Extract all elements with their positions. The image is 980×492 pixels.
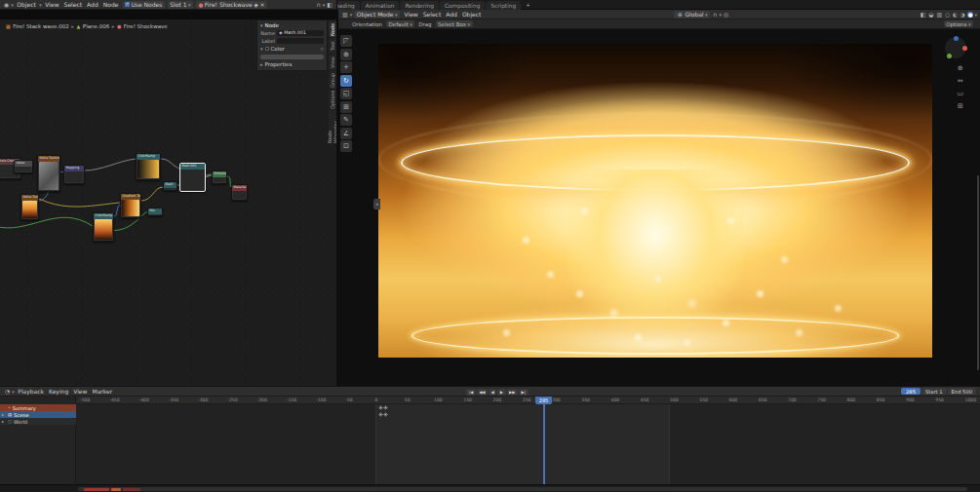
slot-dropdown[interactable]: Slot 1 ▾ <box>168 1 193 9</box>
shading-mode-button[interactable]: ● <box>967 12 974 18</box>
timeline-menu-item[interactable]: View <box>71 388 90 395</box>
node-header[interactable]: ColorRamp <box>137 154 160 160</box>
mode-dropdown[interactable]: Object Mode ▾ <box>354 11 400 19</box>
toolbar-tool-button[interactable]: ⊞ <box>340 101 352 113</box>
sidebar-tab[interactable]: Node Wrangler <box>329 110 336 143</box>
proportional-editing-icon[interactable]: ◎ <box>723 11 729 18</box>
panel-grip-icon[interactable]: ≡ <box>320 47 324 52</box>
workspace-tab[interactable]: Rendering <box>400 1 439 10</box>
node-header[interactable]: Material Output <box>232 185 247 191</box>
timeline-body[interactable]: -500-450-400-350-300-250-200-150-100-500… <box>0 397 980 484</box>
breadcrumb-mesh[interactable]: Plane.006 <box>83 23 109 29</box>
label-input[interactable] <box>277 38 324 44</box>
node-header[interactable]: Math.001 <box>180 164 205 170</box>
sidebar-tab[interactable]: Tool <box>329 38 336 54</box>
shader-node[interactable]: Math.001 <box>179 163 206 192</box>
node-editor-menu-item[interactable]: Add <box>85 1 101 8</box>
node-header[interactable]: Mix <box>148 208 162 214</box>
add-workspace-button[interactable]: + <box>522 1 534 8</box>
shader-node[interactable]: Mix <box>147 208 163 216</box>
shader-node[interactable]: Emission <box>212 170 227 184</box>
show-gizmo-icon[interactable]: ◧ <box>920 11 927 18</box>
transform-orientation-dropdown[interactable]: ⊕ Global ▾ <box>674 11 710 19</box>
node-editor-menu-item[interactable]: Node <box>100 1 121 8</box>
workspace-tab[interactable]: Scripting <box>486 1 521 10</box>
playhead[interactable] <box>543 397 545 484</box>
expand-arrow-icon[interactable]: ▸ <box>2 419 6 424</box>
current-frame-field[interactable]: 285 <box>901 388 921 395</box>
material-selector[interactable]: ● Fire! Shockwave ◈ × <box>196 1 267 9</box>
node-header[interactable]: Math <box>164 182 176 188</box>
sidebar-tab[interactable]: Group <box>329 71 336 89</box>
name-input[interactable]: ◈ Math.001 <box>277 30 324 36</box>
sidebar-tab[interactable]: Node <box>329 21 336 37</box>
tool-options-dropdown[interactable]: Options ▾ <box>944 20 973 27</box>
orientation-dropdown[interactable]: Default ▾ <box>386 20 414 27</box>
editor-type-icon[interactable]: ◉ <box>3 1 10 8</box>
shader-node[interactable]: Mapping <box>63 165 85 184</box>
viewport-menu-item[interactable]: Add <box>444 11 460 18</box>
node-header[interactable]: Emission <box>213 171 226 177</box>
properties-section-header[interactable]: ▸ Properties <box>257 60 327 68</box>
channel-row[interactable]: ▸ ○ World <box>0 418 76 425</box>
use-nodes-toggle[interactable]: ✓ Use Nodes <box>123 1 165 9</box>
node-header[interactable]: Noise Texture <box>38 156 59 162</box>
unlink-material-icon[interactable]: × <box>259 1 264 8</box>
snap-magnet-icon[interactable]: ∩ <box>712 11 718 18</box>
color-section-header[interactable]: ▾ Color ≡ <box>257 45 327 53</box>
toolbar-tool-button[interactable]: ⊡ <box>340 140 352 152</box>
overlays-icon[interactable]: ◧ <box>326 1 333 8</box>
workspace-tab[interactable]: Compositing <box>440 1 485 10</box>
shading-mode-button[interactable]: ○ <box>944 12 951 18</box>
axis-z-dot[interactable] <box>954 36 959 41</box>
shader-node[interactable]: Gradient Texture <box>120 193 141 218</box>
toolbar-tool-button[interactable]: ⊕ <box>340 49 352 60</box>
timeline-menu-item[interactable]: Marker <box>90 388 115 395</box>
nav-icon[interactable]: ▭ <box>957 90 963 97</box>
axis-x-dot[interactable] <box>962 46 967 51</box>
transport-button[interactable]: ▶ <box>497 389 505 396</box>
nav-icon[interactable]: ⊞ <box>957 102 963 110</box>
channel-row[interactable]: • Summary <box>0 404 76 411</box>
node-editor-menu-item[interactable]: Select <box>61 1 85 8</box>
nav-icon[interactable]: ⇔ <box>957 77 963 85</box>
shader-node[interactable]: Material Output <box>231 184 248 201</box>
color-checkbox[interactable] <box>265 47 269 51</box>
expand-arrow-icon[interactable]: ▸ <box>2 412 6 417</box>
snap-magnet-icon[interactable]: ∩ <box>315 1 321 8</box>
toolbar-tool-button[interactable]: ↻ <box>340 75 352 87</box>
fake-user-shield-icon[interactable]: ◈ <box>254 1 258 8</box>
node-header[interactable]: Noise Texture <box>21 195 38 201</box>
shader-node[interactable]: Noise Texture <box>37 155 60 192</box>
node-header[interactable]: ColorRamp <box>94 213 113 219</box>
toolbar-tool-button[interactable]: ∠ <box>340 128 352 139</box>
nav-icon[interactable]: ⊕ <box>957 64 963 72</box>
node-editor-menu-item[interactable]: View <box>43 1 61 8</box>
shading-mode-button[interactable]: ◐ <box>952 12 959 18</box>
toolbar-tool-button[interactable]: ◸ <box>340 35 352 47</box>
shader-node[interactable]: Noise Texture <box>20 194 39 220</box>
show-overlays-icon[interactable]: ◒ <box>927 11 934 18</box>
toolbar-tool-button[interactable]: ✎ <box>340 114 352 126</box>
navigation-gizmo[interactable] <box>945 37 966 58</box>
color-swatch[interactable] <box>260 55 324 59</box>
xray-toggle-icon[interactable]: ▥ <box>936 11 944 18</box>
channel-row[interactable]: ▸ ▤ Scene <box>0 411 76 418</box>
transport-button[interactable]: ◀◀ <box>477 389 488 396</box>
frame-end-field[interactable]: End 500 <box>948 388 976 395</box>
sidebar-tab[interactable]: Options <box>329 90 336 109</box>
region-collapse-tab[interactable]: ◂ <box>373 199 380 209</box>
shader-node[interactable]: Value <box>14 160 33 173</box>
sidebar-tab[interactable]: View <box>329 55 336 70</box>
shader-node[interactable]: ColorRamp <box>136 153 161 180</box>
frame-ruler[interactable]: -500-450-400-350-300-250-200-150-100-500… <box>76 397 980 404</box>
axis-y-dot[interactable] <box>947 54 952 58</box>
node-header[interactable]: Value <box>15 161 32 167</box>
shader-mode-dropdown[interactable]: Object <box>15 1 39 8</box>
viewport-menu-item[interactable]: Object <box>459 11 484 18</box>
transport-button[interactable]: ▶▶ <box>507 389 518 396</box>
timeline-horizontal-scrollbar[interactable] <box>78 487 967 491</box>
timeline-menu-item[interactable]: Keying <box>47 388 71 395</box>
viewport-menu-item[interactable]: Select <box>420 11 444 18</box>
editor-type-icon[interactable]: ▥ <box>341 11 349 18</box>
